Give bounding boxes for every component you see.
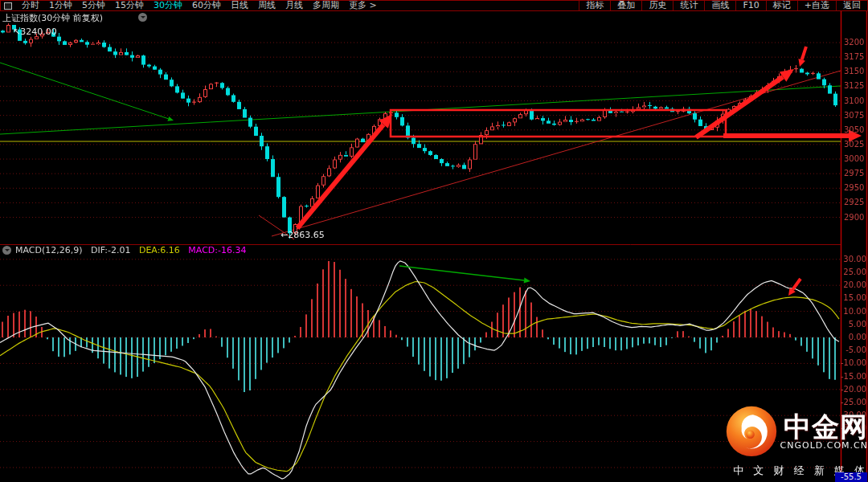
price-tick-2900: 2900: [844, 213, 868, 222]
cngold-logo-name: 中金网: [780, 415, 868, 439]
timeframe-item-更多 >[interactable]: 更多 >: [344, 1, 382, 10]
price-tick-3150: 3150: [844, 67, 868, 76]
timeframe-item-1分钟[interactable]: 1分钟: [44, 1, 77, 10]
price-tick-2975: 2975: [844, 169, 868, 178]
macd-tick-5.00: 5.00: [841, 320, 866, 329]
price-tick-3025: 3025: [844, 140, 868, 149]
timeframe-menu: 分时1分钟5分钟15分钟30分钟60分钟日线周线月线多周期更多 >: [17, 1, 382, 10]
macd-tick-20.00: 20.00: [841, 280, 866, 289]
tool-item-统计[interactable]: 统计: [673, 1, 704, 10]
price-tick-2950: 2950: [844, 183, 868, 192]
tools-menu: 指标叠加历史统计画线F10标记+自选返回: [579, 1, 867, 10]
macd-tick-30.00: 30.00: [841, 255, 866, 263]
macd-dea-value: DEA:6.16: [139, 245, 180, 255]
price-chart-title: 上证指数(30分钟 前复权): [2, 12, 103, 24]
tool-item-画线[interactable]: 画线: [704, 1, 735, 10]
tool-item-+自选[interactable]: +自选: [797, 1, 836, 10]
macd-tick-15.00: 15.00: [841, 293, 866, 302]
low-price-annotation: ←2863.65: [280, 230, 325, 240]
macd-label-row: MACD(12,26,9) DIF:-2.01 DEA:6.16 MACD:-1…: [15, 245, 247, 255]
tool-item-标记[interactable]: 标记: [766, 1, 797, 10]
price-tick-3000: 3000: [844, 154, 868, 163]
window-icon[interactable]: [4, 2, 12, 10]
high-price-annotation: ↖3240.00: [13, 27, 57, 37]
macd-indicator-label: MACD(12,26,9): [15, 245, 83, 255]
price-tick-2925: 2925: [844, 198, 868, 206]
cngold-watermark: 中金网 CNGOLD.COM.CN 中 文 财 经 新 媒 体: [731, 403, 868, 478]
timeframe-item-多周期[interactable]: 多周期: [308, 1, 344, 10]
price-tick-3125: 3125: [844, 81, 868, 90]
tool-item-指标[interactable]: 指标: [579, 1, 610, 10]
collapse-price-panel-icon[interactable]: [138, 13, 147, 22]
price-tick-3100: 3100: [844, 96, 868, 105]
timeframe-item-60分钟[interactable]: 60分钟: [187, 1, 226, 10]
macd-tick--15.00: -15.00: [841, 372, 866, 381]
tool-item-F10[interactable]: F10: [735, 1, 765, 10]
macd-macd-value: MACD:-16.34: [188, 245, 246, 255]
timeframe-item-月线[interactable]: 月线: [280, 1, 308, 10]
macd-tick--20.00: -20.00: [841, 385, 866, 394]
price-tick-3050: 3050: [844, 125, 868, 134]
macd-tick-10.00: 10.00: [841, 307, 866, 316]
macd-dif-value: DIF:-2.01: [91, 245, 130, 255]
tool-item-返回[interactable]: 返回: [836, 1, 867, 10]
app-window: 分时1分钟5分钟15分钟30分钟60分钟日线周线月线多周期更多 > 指标叠加历史…: [0, 0, 868, 482]
toolbar: 分时1分钟5分钟15分钟30分钟60分钟日线周线月线多周期更多 > 指标叠加历史…: [0, 0, 868, 11]
macd-tick--10.00: -10.00: [841, 358, 866, 367]
macd-tick-0.00: 0.00: [841, 333, 866, 341]
price-tick-3200: 3200: [844, 38, 868, 47]
status-value: -55.5: [835, 472, 867, 482]
tool-item-历史[interactable]: 历史: [641, 1, 673, 10]
timeframe-item-周线[interactable]: 周线: [253, 1, 280, 10]
collapse-macd-panel-icon[interactable]: [2, 246, 11, 255]
timeframe-item-分时[interactable]: 分时: [17, 1, 44, 10]
timeframe-item-5分钟[interactable]: 5分钟: [77, 1, 110, 10]
timeframe-item-日线[interactable]: 日线: [226, 1, 253, 10]
tool-item-叠加[interactable]: 叠加: [610, 1, 641, 10]
cngold-logo-icon: [724, 403, 779, 461]
macd-tick-25.00: 25.00: [841, 268, 866, 276]
timeframe-item-15分钟[interactable]: 15分钟: [110, 1, 149, 10]
macd-tick--5.00: -5.00: [841, 345, 866, 354]
timeframe-item-30分钟[interactable]: 30分钟: [149, 1, 187, 10]
price-tick-3075: 3075: [844, 111, 868, 120]
cngold-logo-domain: CNGOLD.COM.CN: [780, 440, 868, 451]
price-tick-3175: 3175: [844, 52, 868, 61]
